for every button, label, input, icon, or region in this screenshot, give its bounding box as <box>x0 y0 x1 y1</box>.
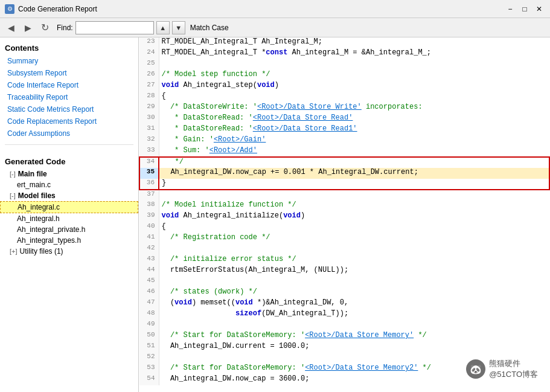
model-file-toggle[interactable]: [-] <box>10 192 16 199</box>
code-row: 35 Ah_integral_DW.now_cap += 0.001 * Ah_… <box>139 168 549 179</box>
code-row: 27void Ah_integral_step(void) <box>139 81 549 92</box>
line-number: 41 <box>139 233 159 244</box>
watermark-text1: 熊猫硬件 <box>489 358 538 369</box>
code-row: 29 /* DataStoreWrite: '<Root>/Data Store… <box>139 103 549 114</box>
sidebar: Contents SummarySubsystem ReportCode Int… <box>0 37 139 392</box>
code-line-content: Ah_integral_DW.now_cap += 0.001 * Ah_int… <box>159 168 549 179</box>
code-row: 32 * Gain: '<Root>/Gain' <box>139 135 549 146</box>
code-row: 28{ <box>139 92 549 103</box>
line-number: 35 <box>139 168 159 179</box>
maximize-button[interactable]: □ <box>519 3 531 15</box>
line-number: 24 <box>139 48 159 59</box>
watermark-text2: @51CTO博客 <box>489 369 538 380</box>
sidebar-link-code-interface-report[interactable]: Code Interface Report <box>0 79 138 91</box>
generated-code-title: Generated Code <box>0 155 138 169</box>
back-button[interactable]: ◀ <box>4 21 18 35</box>
code-row: 42 <box>139 244 549 255</box>
main-file-toggle[interactable]: [-] <box>10 170 16 178</box>
sidebar-link-static-code-metrics-report[interactable]: Static Code Metrics Report <box>0 103 138 115</box>
title-bar: ⚙ Code Generation Report − □ ✕ <box>0 0 550 18</box>
window-title: Code Generation Report <box>18 5 97 13</box>
code-line-content: (void) memset((void *)&Ah_integral_DW, 0… <box>159 298 549 309</box>
line-number: 50 <box>139 331 159 342</box>
line-number: 46 <box>139 288 159 298</box>
line-number: 30 <box>139 114 159 124</box>
generated-code-section: Generated Code [-] Main file ert_main.c … <box>0 150 138 262</box>
contents-title: Contents <box>0 37 138 55</box>
sidebar-link-subsystem-report[interactable]: Subsystem Report <box>0 67 138 79</box>
code-row: 26/* Model step function */ <box>139 70 549 81</box>
line-number: 28 <box>139 92 159 103</box>
code-line-content: void Ah_integral_initialize(void) <box>159 211 549 222</box>
sidebar-link-summary[interactable]: Summary <box>0 55 138 67</box>
code-row: 40{ <box>139 222 549 233</box>
code-line-content: * Sum: '<Root>/Add' <box>159 146 549 157</box>
code-line-content: /* Model step function */ <box>159 70 549 81</box>
code-line-content: void Ah_integral_step(void) <box>159 81 549 92</box>
code-row: 46 /* states (dwork) */ <box>139 288 549 298</box>
line-number: 26 <box>139 70 159 81</box>
code-row: 24RT_MODEL_Ah_integral_T *const Ah_integ… <box>139 48 549 59</box>
line-number: 37 <box>139 190 159 201</box>
refresh-button[interactable]: ↻ <box>37 21 52 35</box>
code-row: 45 <box>139 277 549 288</box>
line-number: 25 <box>139 59 159 70</box>
code-pane: 23RT_MODEL_Ah_Integral_T Ah_Integral_M;2… <box>139 37 550 392</box>
utility-group-header: [+] Utility files (1) <box>0 246 138 257</box>
code-line-content: Ah_integral_DW.current = 1000.0; <box>159 342 549 353</box>
code-line-content: /* Registration code */ <box>159 233 549 244</box>
close-button[interactable]: ✕ <box>533 3 545 15</box>
code-row: 43 /* initialize error status */ <box>139 255 549 266</box>
title-bar-left: ⚙ Code Generation Report <box>5 4 97 14</box>
code-row: 36} <box>139 179 549 190</box>
utility-toggle[interactable]: [+] <box>10 248 18 255</box>
line-number: 42 <box>139 244 159 255</box>
find-down-button[interactable]: ▼ <box>172 21 185 34</box>
model-file-Ah_integral-c[interactable]: Ah_integral.c <box>0 201 138 213</box>
code-row: 39void Ah_integral_initialize(void) <box>139 211 549 222</box>
sidebar-link-code-replacements-report[interactable]: Code Replacements Report <box>0 115 138 127</box>
model-file-Ah_integral_types-h[interactable]: Ah_integral_types.h <box>0 235 138 246</box>
code-line-content: rtmSetErrorStatus(Ah_integral_M, (NULL))… <box>159 266 549 277</box>
code-row: 23RT_MODEL_Ah_Integral_T Ah_Integral_M; <box>139 37 549 48</box>
code-line-content: } <box>159 179 549 190</box>
code-row: 31 * DataStoreRead: '<Root>/Data Store R… <box>139 124 549 135</box>
line-number: 48 <box>139 309 159 320</box>
line-number: 23 <box>139 37 159 48</box>
find-up-button[interactable]: ▲ <box>156 21 170 34</box>
line-number: 27 <box>139 81 159 92</box>
code-row: 41 /* Registration code */ <box>139 233 549 244</box>
model-file-Ah_integral_private-h[interactable]: Ah_integral_private.h <box>0 224 138 235</box>
model-file-group-header: [-] Model files <box>0 190 138 201</box>
match-case-label: Match Case <box>190 24 229 32</box>
code-row: 34 */ <box>139 157 549 168</box>
code-table: 23RT_MODEL_Ah_Integral_T Ah_Integral_M;2… <box>139 37 550 385</box>
code-row: 30 * DataStoreRead: '<Root>/Data Store R… <box>139 114 549 124</box>
line-number: 44 <box>139 266 159 277</box>
code-line-content <box>159 244 549 255</box>
code-row: 51 Ah_integral_DW.current = 1000.0; <box>139 342 549 353</box>
search-input[interactable] <box>75 21 154 34</box>
code-line-content: * Gain: '<Root>/Gain' <box>159 135 549 146</box>
code-line-content: RT_MODEL_Ah_Integral_T Ah_Integral_M; <box>159 37 549 48</box>
window-controls: − □ ✕ <box>504 3 545 15</box>
code-line-content: RT_MODEL_Ah_integral_T *const Ah_integra… <box>159 48 549 59</box>
toolbar: ◀ ▶ ↻ Find: ▲ ▼ Match Case <box>0 18 550 37</box>
line-number: 34 <box>139 157 159 168</box>
sidebar-divider <box>5 144 133 145</box>
code-line-content: /* Start for DataStoreMemory: '<Root>/Da… <box>159 331 549 342</box>
watermark-text: 熊猫硬件 @51CTO博客 <box>489 358 538 380</box>
sidebar-link-traceability-report[interactable]: Traceability Report <box>0 91 138 103</box>
code-line-content: * DataStoreRead: '<Root>/Data Store Read… <box>159 114 549 124</box>
line-number: 52 <box>139 353 159 364</box>
code-line-content: */ <box>159 157 549 168</box>
file-ert-main[interactable]: ert_main.c <box>0 179 138 190</box>
model-file-Ah_integral-h[interactable]: Ah_integral.h <box>0 213 138 224</box>
sidebar-link-coder-assumptions[interactable]: Coder Assumptions <box>0 127 138 140</box>
code-row: 25 <box>139 59 549 70</box>
utility-label: Utility files (1) <box>20 247 63 255</box>
code-line-content: /* states (dwork) */ <box>159 288 549 298</box>
minimize-button[interactable]: − <box>504 3 516 15</box>
forward-button[interactable]: ▶ <box>21 21 35 35</box>
code-row: 33 * Sum: '<Root>/Add' <box>139 146 549 157</box>
